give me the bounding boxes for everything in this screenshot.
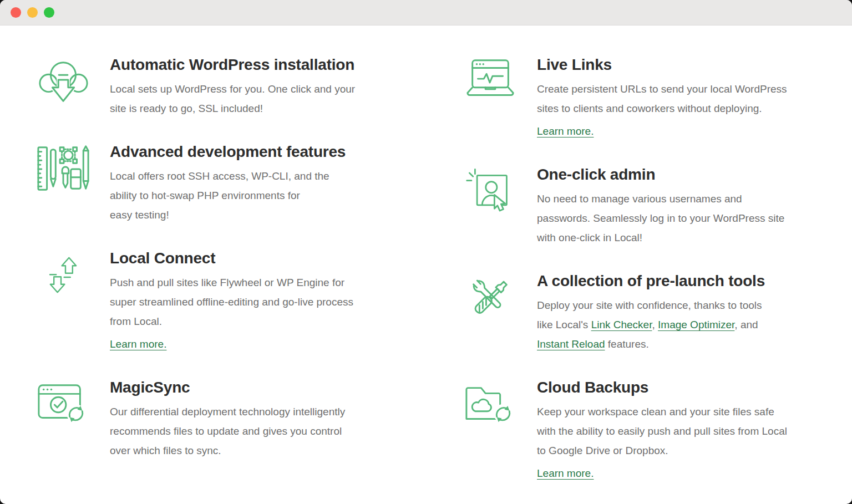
feature-advanced-development: Advanced development features Local offe… — [36, 142, 463, 225]
feature-title: MagicSync — [110, 378, 463, 397]
feature-magicsync: MagicSync Our differential deployment te… — [36, 378, 463, 460]
description-text: features. — [605, 338, 649, 350]
app-window: Automatic WordPress installation Local s… — [0, 0, 852, 504]
push-pull-arrows-icon — [36, 249, 90, 354]
feature-title: Local Connect — [110, 249, 463, 268]
inline-link[interactable]: Image Optimizer — [658, 319, 734, 330]
description-text: , and — [734, 319, 758, 330]
features-column-left: Automatic WordPress installation Local s… — [36, 55, 463, 504]
design-tools-icon — [36, 142, 90, 225]
crossed-tools-icon — [463, 272, 518, 354]
admin-cursor-icon — [463, 165, 518, 247]
feature-description: Create persistent URLs to send your loca… — [537, 79, 830, 118]
feature-title: Automatic WordPress installation — [110, 55, 463, 74]
feature-title: One-click admin — [537, 165, 830, 184]
feature-live-links: Live Links Create persistent URLs to sen… — [463, 55, 830, 141]
feature-title: Cloud Backups — [537, 378, 830, 397]
titlebar — [0, 0, 852, 26]
folder-cloud-sync-icon — [463, 378, 518, 483]
feature-description: Local sets up WordPress for you. One cli… — [110, 79, 463, 118]
inline-link[interactable]: Link Checker — [591, 319, 652, 330]
feature-title: A collection of pre-launch tools — [537, 272, 830, 291]
feature-cloud-backups: Cloud Backups Keep your workspace clean … — [463, 378, 830, 483]
minimize-button[interactable] — [27, 7, 38, 18]
learn-more-link[interactable]: Learn more. — [537, 121, 594, 141]
close-button[interactable] — [11, 7, 21, 18]
feature-description: Our differential deployment technology i… — [110, 402, 463, 460]
feature-local-connect: Local Connect Push and pull sites like F… — [36, 249, 463, 354]
feature-automatic-wordpress-installation: Automatic WordPress installation Local s… — [36, 55, 463, 118]
feature-description: Keep your workspace clean and your site … — [537, 402, 830, 460]
feature-one-click-admin: One-click admin No need to manage variou… — [463, 165, 830, 247]
feature-description: No need to manage various usernames and … — [537, 189, 830, 247]
learn-more-link[interactable]: Learn more. — [110, 334, 166, 354]
laptop-pulse-icon — [463, 55, 518, 141]
feature-title: Advanced development features — [110, 142, 463, 161]
cloud-download-icon — [36, 55, 90, 118]
inline-link[interactable]: Instant Reload — [537, 338, 605, 350]
feature-description: Deploy your site with confidence, thanks… — [537, 296, 830, 354]
feature-description: Local offers root SSH access, WP-CLI, an… — [110, 166, 463, 225]
zoom-button[interactable] — [44, 7, 54, 18]
feature-title: Live Links — [537, 55, 830, 74]
browser-sync-check-icon — [36, 378, 90, 460]
feature-pre-launch-tools: A collection of pre-launch tools Deploy … — [463, 272, 830, 354]
features-column-right: Live Links Create persistent URLs to sen… — [463, 55, 830, 504]
description-text: , — [652, 319, 658, 330]
features-grid: Automatic WordPress installation Local s… — [0, 26, 852, 504]
learn-more-link[interactable]: Learn more. — [537, 464, 594, 483]
feature-description: Push and pull sites like Flywheel or WP … — [110, 273, 463, 331]
